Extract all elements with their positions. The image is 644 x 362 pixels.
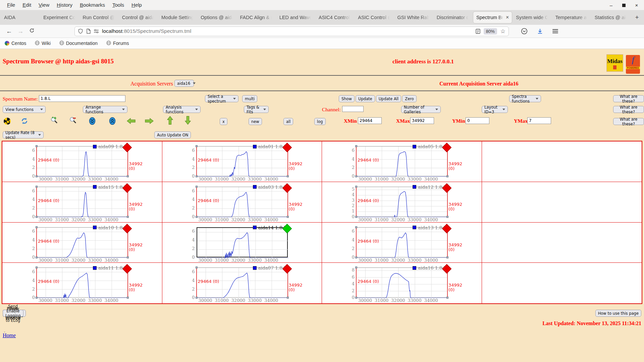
tags-fits-dropdown[interactable]: Tags & Fits [244, 106, 269, 113]
what-are-these-button[interactable]: What are these? [613, 95, 644, 102]
analysis-functions-dropdown[interactable]: Analysis functions [163, 106, 201, 113]
page-icon[interactable] [86, 28, 91, 34]
bookmark-star-icon[interactable]: ☆ [500, 28, 505, 35]
spectrum-plot[interactable]: 0246 aida10 1.8.L 3000031000320003300034… [2, 223, 162, 263]
spectrum-plot[interactable]: 0246 aida01 1.8.L 3000031000320003300034… [162, 141, 322, 182]
browser-tab[interactable]: System wide C [513, 11, 551, 23]
left-cursor-line[interactable] [36, 187, 37, 217]
x-button[interactable]: x [220, 118, 227, 125]
spectrum-action-button[interactable]: Show [339, 95, 355, 102]
channel-input[interactable] [342, 106, 364, 112]
ymax-input[interactable] [527, 117, 551, 124]
how-to-use-button[interactable]: How to use this page [595, 310, 641, 317]
layout-id-dropdown[interactable]: Layout ID=3 [482, 106, 508, 113]
spectrum-plot[interactable]: 0246 aida15 1.8.L 3000031000320003300034… [2, 182, 162, 222]
reader-view-icon[interactable] [476, 29, 480, 34]
spectrum-plot[interactable]: 0246 aida07 1.8.L 3000031000320003300034… [162, 263, 322, 303]
spectrum-plot[interactable]: 02468 aida16 1.8.L 300003100032000330003… [322, 263, 482, 303]
plot-area[interactable] [197, 227, 288, 257]
multi-button[interactable]: multi [242, 95, 257, 102]
browser-tab[interactable]: Options @ aida [198, 11, 236, 23]
zoom-out-icon[interactable] [68, 116, 77, 125]
spectra-functions-dropdown[interactable]: Spectra functions [509, 95, 541, 102]
left-cursor-line[interactable] [36, 146, 37, 176]
expand-icon[interactable] [108, 117, 117, 125]
home-link[interactable]: Home [3, 333, 16, 339]
refresh-icon[interactable] [20, 117, 29, 125]
permissions-icon[interactable] [94, 29, 99, 34]
menu-item[interactable]: Help [128, 2, 146, 8]
left-cursor-line[interactable] [196, 187, 197, 217]
all-button[interactable]: all [283, 118, 293, 125]
back-icon[interactable]: ← [3, 28, 15, 35]
menu-item[interactable]: History [53, 2, 76, 8]
left-cursor-line[interactable] [196, 146, 197, 176]
left-cursor-line[interactable] [356, 146, 357, 176]
browser-tab[interactable]: Temperature ar [552, 11, 591, 23]
spectrum-action-button[interactable]: Zero [402, 95, 416, 102]
zoom-level-badge[interactable]: 80% [484, 28, 497, 35]
reload-icon[interactable] [26, 28, 38, 35]
spectrum-plot[interactable]: 0246 aida09 1.8.L 3000031000320003300034… [2, 141, 162, 182]
spectrum-plot[interactable]: 0246 aida11 1.8.L 3000031000320003300034… [2, 263, 162, 303]
update-rate-dropdown[interactable]: Update Rate (8 secs) [3, 131, 44, 138]
menu-item[interactable]: View [35, 2, 53, 8]
number-of-galleries-dropdown[interactable]: Number of Galleries [401, 106, 441, 113]
spectrum-action-button[interactable]: Update All [376, 95, 401, 102]
menu-item[interactable]: Edit [19, 2, 35, 8]
ymin-input[interactable] [466, 117, 489, 124]
browser-tab[interactable]: GSI White Rabl [394, 11, 433, 23]
new-button[interactable]: new [249, 118, 262, 125]
app-menu-icon[interactable] [552, 28, 558, 34]
minimize-icon[interactable]: – [608, 2, 614, 8]
browser-tab[interactable]: Statistics @ aid [592, 11, 630, 23]
menu-item[interactable]: File [3, 2, 19, 8]
xmin-input[interactable] [358, 117, 382, 124]
browser-tab[interactable]: FADC Align & ( [237, 11, 276, 23]
view-functions-dropdown[interactable]: View functions [3, 106, 46, 113]
log-action-button[interactable]: Enable Logging [3, 310, 23, 317]
arrow-up-icon[interactable] [166, 116, 174, 125]
left-cursor-line[interactable] [36, 267, 37, 298]
collapse-icon[interactable] [88, 117, 97, 125]
pocket-icon[interactable] [521, 28, 528, 35]
select-spectrum-dropdown[interactable]: Select a spectrum [205, 95, 238, 102]
what-are-these-button[interactable]: What are these? [613, 118, 644, 125]
log-button[interactable]: log [314, 118, 326, 125]
browser-tab[interactable]: ASIC4 Control [316, 11, 354, 23]
spectrum-plot[interactable]: 0246 aida14 1.8.L 3000031000320003300034… [162, 223, 322, 263]
spectrum-name-input[interactable] [39, 95, 125, 102]
left-cursor-line[interactable] [196, 267, 197, 298]
new-tab-icon[interactable]: + [631, 10, 643, 25]
spectrum-plot[interactable]: 012345 aida12 1.8.L 30000310003200033000… [322, 182, 482, 222]
browser-tab[interactable]: ASIC Control @ [355, 11, 393, 23]
maximize-icon[interactable] [621, 2, 627, 8]
menu-item[interactable]: Tools [109, 2, 128, 8]
left-cursor-line[interactable] [36, 227, 37, 257]
left-cursor-line[interactable] [356, 187, 357, 217]
left-cursor-line[interactable] [356, 227, 357, 257]
download-icon[interactable] [537, 28, 543, 34]
xmax-input[interactable] [410, 117, 434, 124]
browser-tab[interactable]: Run Control @ [80, 11, 118, 23]
tab-close-icon[interactable]: × [506, 14, 509, 20]
arrange-functions-dropdown[interactable]: Arrange functions [83, 106, 127, 113]
menu-item[interactable]: Bookmarks [76, 2, 109, 8]
radiation-icon[interactable] [3, 117, 11, 125]
bookmark-item[interactable]: Wiki [35, 41, 50, 46]
url-bar[interactable]: localhost:8015/Spectrum/Spectrum.tml 80%… [74, 26, 509, 36]
browser-tab[interactable]: Discriminator c [434, 11, 472, 23]
auto-update-button[interactable]: Auto Update ON [154, 131, 191, 138]
spectrum-action-button[interactable]: Update [356, 95, 375, 102]
browser-tab[interactable]: LED and Wavef [276, 11, 315, 23]
arrow-right-icon[interactable] [145, 117, 154, 125]
zoom-in-icon[interactable] [50, 116, 58, 125]
left-cursor-line[interactable] [356, 267, 357, 298]
browser-tab[interactable]: Experiment Co [40, 11, 79, 23]
close-icon[interactable]: × [634, 2, 639, 8]
browser-tab[interactable]: AIDA [1, 11, 40, 23]
spectrum-plot[interactable]: 0246 aida13 1.8.L 3000031000320003300034… [322, 223, 482, 263]
bookmark-item[interactable]: Documentation [59, 41, 98, 46]
arrow-left-icon[interactable] [127, 117, 136, 125]
bookmark-item[interactable]: Centos [5, 41, 26, 46]
